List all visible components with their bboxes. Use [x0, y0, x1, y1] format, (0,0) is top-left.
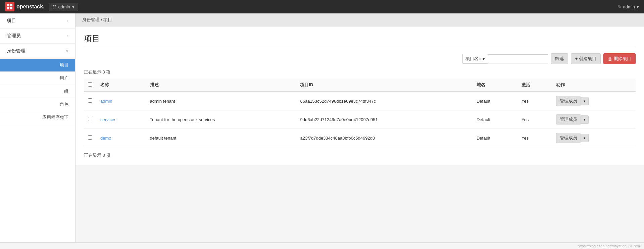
filter-select-chevron: ▾	[483, 56, 485, 61]
header-domain: 域名	[473, 79, 517, 92]
row-name-0: admin	[96, 92, 146, 110]
svg-rect-2	[7, 7, 9, 9]
header-checkbox-cell	[84, 79, 96, 92]
navbar: openstack. ☷ admin ▾ ✎ admin ▾	[0, 0, 644, 13]
row-project-id-2: a23f7d7dde334c48aa8bfb6c5d4692d8	[296, 129, 472, 147]
openstack-logo-icon	[5, 2, 14, 11]
row-name-2: demo	[96, 129, 146, 147]
row-action-1: 管理成员 ▾	[552, 110, 636, 129]
main-layout: 项目 › 管理员 › 身份管理 ∨ 项目 用户 组 角色 应用程序凭证 身份管理	[0, 13, 644, 249]
row-active-1: Yes	[517, 110, 552, 129]
header-name: 名称	[96, 79, 146, 92]
action-dropdown-2[interactable]: ▾	[581, 134, 589, 142]
chevron-right-icon-admin: ›	[67, 34, 68, 38]
filter-select[interactable]: 项目名= ▾	[462, 54, 488, 64]
delete-icon: 🗑	[608, 56, 612, 61]
action-button-2[interactable]: 管理成员	[556, 133, 581, 143]
row-name-link-0[interactable]: admin	[100, 99, 112, 104]
header-description: 描述	[146, 79, 296, 92]
row-description-0: admin tenant	[146, 92, 296, 110]
logo-text: openstack.	[16, 4, 45, 10]
content-area: 身份管理 / 项目 项目 项目名= ▾ 筛选 + 创建项目 🗑 删除项	[76, 13, 644, 249]
project-label: admin	[58, 4, 70, 9]
sidebar-item-roles[interactable]: 角色	[0, 98, 75, 111]
row-domain-2: Default	[473, 129, 517, 147]
action-button-0[interactable]: 管理成员	[556, 96, 581, 106]
delete-label: 删除项目	[614, 56, 631, 62]
chevron-right-icon: ›	[67, 19, 68, 23]
sidebar-item-app-credentials[interactable]: 应用程序凭证	[0, 111, 75, 124]
action-group-2: 管理成员 ▾	[556, 133, 632, 143]
projects-table: 名称 描述 项目ID 域名 激活 动作 admin admin tenant 6…	[84, 79, 636, 147]
row-checkbox-1[interactable]	[88, 117, 92, 121]
delete-project-button[interactable]: 🗑 删除项目	[603, 53, 636, 64]
row-action-2: 管理成员 ▾	[552, 129, 636, 147]
action-dropdown-1[interactable]: ▾	[581, 115, 589, 124]
user-label: admin	[623, 4, 635, 9]
row-name-link-2[interactable]: demo	[100, 136, 111, 141]
row-domain-1: Default	[473, 110, 517, 129]
row-active-0: Yes	[517, 92, 552, 110]
row-checkbox-cell	[84, 110, 96, 129]
row-name-1: services	[96, 110, 146, 129]
row-description-1: Tenant for the openstack services	[146, 110, 296, 129]
row-project-id-0: 66aa153c52d7496db1e69e3c74df347c	[296, 92, 472, 110]
sidebar-item-admin-label: 管理员	[7, 33, 21, 39]
action-dropdown-0[interactable]: ▾	[581, 97, 589, 105]
user-icon: ✎	[618, 4, 622, 9]
sidebar-item-admin[interactable]: 管理员 ›	[0, 29, 75, 44]
select-all-checkbox[interactable]	[88, 82, 92, 87]
row-domain-0: Default	[473, 92, 517, 110]
header-action: 动作	[552, 79, 636, 92]
sidebar-item-project[interactable]: 项目 ›	[0, 13, 75, 29]
svg-rect-3	[10, 7, 12, 9]
count-text-bottom: 正在显示 3 项	[84, 152, 636, 158]
toolbar: 项目名= ▾ 筛选 + 创建项目 🗑 删除项目	[84, 53, 636, 64]
sidebar-item-project-label: 项目	[7, 18, 16, 24]
page-content: 项目 项目名= ▾ 筛选 + 创建项目 🗑 删除项目 正在显示 3	[76, 27, 644, 165]
count-text-top: 正在显示 3 项	[84, 69, 636, 75]
sidebar-sub-item-projects-label: 项目	[60, 62, 68, 68]
sidebar-sub-item-users-label: 用户	[60, 75, 68, 81]
navbar-project-selector[interactable]: ☷ admin ▾	[49, 3, 78, 11]
row-checkbox-cell	[84, 129, 96, 147]
action-button-1[interactable]: 管理成员	[556, 114, 581, 125]
filter-input[interactable]	[488, 54, 548, 63]
row-checkbox-0[interactable]	[88, 98, 92, 103]
navbar-left: openstack. ☷ admin ▾	[5, 2, 78, 11]
breadcrumb-current: 项目	[103, 17, 112, 22]
header-project-id: 项目ID	[296, 79, 472, 92]
navbar-user-menu[interactable]: ✎ admin ▾	[618, 4, 639, 9]
filter-button[interactable]: 筛选	[551, 53, 568, 64]
sidebar-item-groups[interactable]: 组	[0, 85, 75, 98]
sidebar-item-identity[interactable]: 身份管理 ∨	[0, 44, 75, 59]
user-chevron-icon: ▾	[637, 4, 639, 9]
row-checkbox-cell	[84, 92, 96, 110]
filter-select-label: 项目名=	[465, 56, 481, 62]
sidebar-item-users[interactable]: 用户	[0, 72, 75, 85]
row-checkbox-2[interactable]	[88, 135, 92, 140]
sidebar: 项目 › 管理员 › 身份管理 ∨ 项目 用户 组 角色 应用程序凭证	[0, 13, 76, 249]
row-project-id-1: 9dd6ab22d71249d7a0e0be412097d951	[296, 110, 472, 129]
breadcrumb-separator: /	[101, 17, 102, 22]
status-url: https://blog.csdn.net/maystion_81.html	[578, 244, 641, 248]
sidebar-sub-item-groups-label: 组	[64, 88, 68, 94]
row-action-0: 管理成员 ▾	[552, 92, 636, 110]
header-active: 激活	[517, 79, 552, 92]
create-project-button[interactable]: + 创建项目	[571, 53, 601, 64]
action-group-1: 管理成员 ▾	[556, 114, 632, 125]
row-description-2: default tenant	[146, 129, 296, 147]
openstack-logo: openstack.	[5, 2, 45, 11]
table-row: services Tenant for the openstack servic…	[84, 110, 636, 129]
breadcrumb: 身份管理 / 项目	[76, 13, 644, 27]
status-bar: https://blog.csdn.net/maystion_81.html	[0, 242, 644, 249]
row-name-link-1[interactable]: services	[100, 117, 116, 122]
row-active-2: Yes	[517, 129, 552, 147]
chevron-down-icon: ▾	[72, 4, 75, 9]
project-icon: ☷	[52, 4, 56, 9]
sidebar-item-identity-label: 身份管理	[7, 48, 26, 54]
breadcrumb-parent[interactable]: 身份管理	[82, 17, 100, 22]
page-title: 项目	[84, 33, 636, 48]
sidebar-item-projects[interactable]: 项目	[0, 59, 75, 72]
table-header-row: 名称 描述 项目ID 域名 激活 动作	[84, 79, 636, 92]
